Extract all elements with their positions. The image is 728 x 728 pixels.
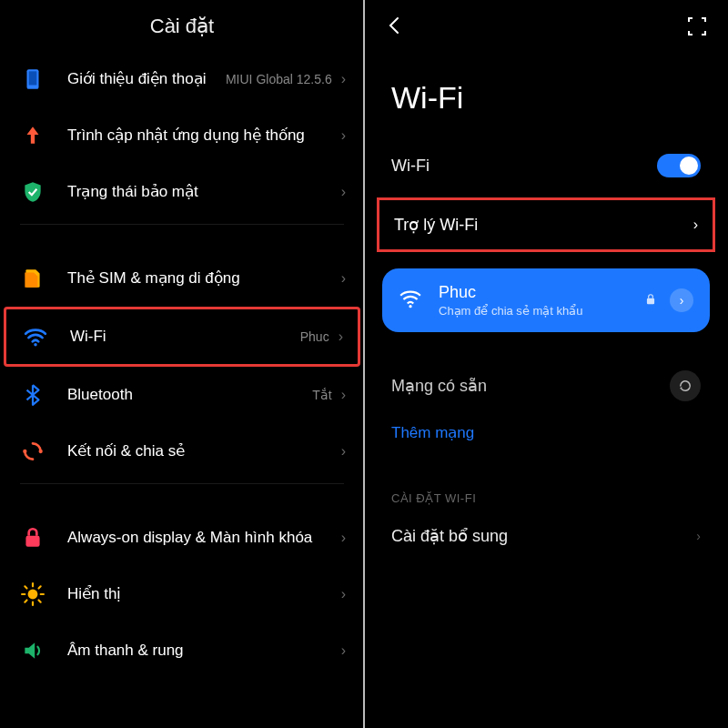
screen-divider: [363, 0, 365, 728]
settings-item-meta: MIUI Global 12.5.6: [226, 72, 332, 86]
settings-item-security[interactable]: Trạng thái bảo mật ›: [4, 164, 360, 220]
network-subtitle: Chạm để chia sẻ mật khẩu: [439, 304, 644, 318]
settings-item-label: Always-on display & Màn hình khóa: [67, 528, 341, 548]
svg-rect-1: [29, 71, 37, 85]
svg-line-14: [39, 586, 41, 588]
chevron-right-icon: ›: [341, 127, 346, 144]
chevron-right-icon: ›: [693, 217, 698, 233]
settings-item-about[interactable]: Giới thiệu điện thoại MIUI Global 12.5.6…: [4, 51, 360, 107]
wifi-assistant-row[interactable]: Trợ lý Wi-Fi ›: [377, 197, 715, 252]
svg-rect-5: [25, 536, 39, 547]
settings-item-meta: Phuc: [300, 329, 329, 344]
wifi-toggle[interactable]: [657, 154, 701, 177]
available-networks-label: Mạng có sẵn: [391, 376, 670, 396]
settings-item-meta: Tắt: [312, 388, 331, 402]
svg-line-13: [25, 601, 26, 602]
settings-screen: Cài đặt Giới thiệu điện thoại MIUI Globa…: [0, 0, 364, 728]
settings-item-label: Trạng thái bảo mật: [67, 182, 341, 202]
settings-item-label: Bluetooth: [67, 385, 312, 405]
svg-point-3: [39, 450, 43, 453]
svg-point-6: [28, 590, 38, 600]
chevron-right-icon: ›: [341, 530, 346, 546]
svg-line-11: [25, 586, 26, 588]
chevron-right-icon: ›: [341, 270, 346, 287]
settings-item-sound[interactable]: Âm thanh & rung ›: [4, 622, 360, 679]
chevron-right-icon: ›: [341, 443, 346, 460]
lock-icon: [18, 523, 47, 552]
network-details-button[interactable]: ›: [670, 288, 693, 312]
settings-item-sim[interactable]: Thẻ SIM & mạng di động ›: [4, 250, 360, 307]
back-button[interactable]: [384, 15, 411, 42]
settings-item-label: Trình cập nhật ứng dụng hệ thống: [67, 126, 341, 146]
wifi-toggle-row[interactable]: Wi-Fi: [364, 139, 728, 192]
page-title: Cài đặt: [0, 0, 364, 51]
settings-item-updater[interactable]: Trình cập nhật ứng dụng hệ thống ›: [4, 107, 360, 164]
additional-settings-row[interactable]: Cài đặt bổ sung ›: [364, 511, 728, 561]
update-icon: [18, 121, 47, 150]
divider: [20, 224, 344, 225]
settings-item-wifi[interactable]: Wi-Fi Phuc ›: [4, 307, 360, 367]
settings-item-display[interactable]: Hiển thị ›: [4, 566, 360, 622]
network-text: Phuc Chạm để chia sẻ mật khẩu: [439, 283, 644, 318]
refresh-button[interactable]: [670, 370, 701, 401]
chevron-right-icon: ›: [341, 184, 346, 200]
settings-item-label: Thẻ SIM & mạng di động: [67, 268, 341, 288]
svg-point-2: [34, 343, 36, 346]
bluetooth-icon: [18, 380, 47, 410]
chevron-right-icon: ›: [341, 387, 346, 403]
wifi-assistant-label: Trợ lý Wi-Fi: [394, 215, 693, 235]
wifi-toggle-label: Wi-Fi: [391, 157, 657, 176]
chevron-right-icon: ›: [341, 642, 346, 659]
network-name: Phuc: [439, 283, 644, 302]
lock-icon: [644, 293, 657, 308]
sim-icon: [18, 264, 47, 293]
settings-item-label: Âm thanh & rung: [67, 641, 341, 661]
sound-icon: [18, 636, 47, 665]
settings-item-connect[interactable]: Kết nối & chia sẻ ›: [4, 423, 360, 480]
page-title: Wi-Fi: [364, 47, 728, 139]
shield-icon: [18, 177, 47, 207]
phone-icon: [18, 65, 47, 94]
settings-item-label: Wi-Fi: [70, 327, 300, 347]
wifi-settings-header: CÀI ĐẶT WI-FI: [364, 459, 728, 511]
top-bar: [364, 0, 728, 47]
connected-network-card[interactable]: Phuc Chạm để chia sẻ mật khẩu ›: [382, 268, 710, 332]
brightness-icon: [18, 580, 47, 609]
svg-point-15: [409, 305, 411, 308]
chevron-right-icon: ›: [341, 71, 346, 87]
share-icon: [18, 437, 47, 466]
chevron-right-icon: ›: [341, 586, 346, 602]
svg-point-4: [23, 450, 26, 453]
settings-item-label: Hiển thị: [67, 584, 341, 604]
wifi-screen: Wi-Fi Wi-Fi Trợ lý Wi-Fi › Phuc Chạm để …: [364, 0, 728, 728]
svg-rect-16: [647, 298, 654, 303]
settings-item-label: Kết nối & chia sẻ: [67, 441, 341, 461]
settings-item-bluetooth[interactable]: Bluetooth Tắt ›: [4, 367, 360, 423]
wifi-icon: [399, 287, 422, 314]
chevron-right-icon: ›: [339, 329, 343, 345]
chevron-right-icon: ›: [696, 529, 701, 543]
scan-qr-button[interactable]: [686, 15, 708, 41]
divider: [20, 483, 344, 484]
svg-line-12: [39, 601, 41, 602]
available-networks-header: Mạng có sẵn: [364, 343, 728, 407]
settings-list: Giới thiệu điện thoại MIUI Global 12.5.6…: [0, 51, 364, 679]
settings-item-label: Giới thiệu điện thoại: [67, 69, 226, 89]
settings-item-aod[interactable]: Always-on display & Màn hình khóa ›: [4, 510, 360, 566]
additional-settings-label: Cài đặt bổ sung: [391, 526, 696, 546]
wifi-icon: [21, 322, 50, 351]
add-network-button[interactable]: Thêm mạng: [364, 407, 728, 459]
